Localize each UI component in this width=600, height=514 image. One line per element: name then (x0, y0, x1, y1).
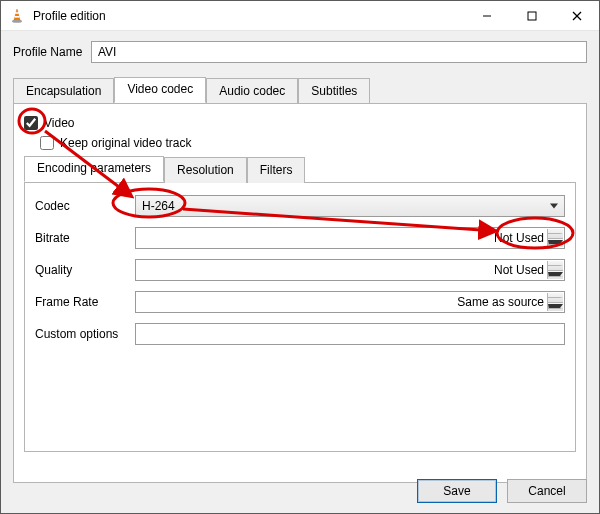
bitrate-step-down[interactable] (547, 239, 563, 248)
quality-label: Quality (35, 263, 135, 277)
profile-name-input[interactable] (91, 41, 587, 63)
svg-rect-2 (14, 16, 19, 18)
keep-original-row: Keep original video track (40, 136, 576, 150)
quality-value: Not Used (494, 263, 544, 277)
keep-original-label: Keep original video track (60, 136, 191, 150)
maximize-icon (527, 11, 537, 21)
keep-original-checkbox[interactable] (40, 136, 54, 150)
vlc-cone-icon (9, 8, 25, 24)
inner-tabs: Encoding parameters Resolution Filters C… (24, 156, 576, 452)
svg-marker-0 (14, 9, 20, 20)
quality-spin-buttons[interactable] (547, 261, 563, 279)
tab-subtitles[interactable]: Subtitles (298, 78, 370, 104)
arrow-down-icon (548, 240, 563, 245)
svg-rect-5 (528, 12, 536, 20)
tab-encapsulation[interactable]: Encapsulation (13, 78, 114, 104)
svg-point-3 (12, 19, 22, 22)
dialog-footer: Save Cancel (417, 479, 587, 503)
outer-tabs: Encapsulation Video codec Audio codec Su… (13, 77, 587, 483)
close-icon (572, 11, 582, 21)
titlebar: Profile edition (1, 1, 599, 31)
bitrate-spin-buttons[interactable] (547, 229, 563, 247)
frame-rate-step-down[interactable] (547, 303, 563, 312)
quality-row: Quality Not Used (35, 259, 565, 281)
frame-rate-spin-buttons[interactable] (547, 293, 563, 311)
encoding-parameters-page: Codec H-264 Bitrate Not Used (24, 182, 576, 452)
tab-audio-codec[interactable]: Audio codec (206, 78, 298, 104)
bitrate-value: Not Used (494, 231, 544, 245)
tab-resolution[interactable]: Resolution (164, 157, 247, 183)
arrow-down-icon (548, 304, 563, 309)
video-checkbox-row: Video (24, 116, 576, 130)
custom-options-input[interactable] (135, 323, 565, 345)
frame-rate-spin[interactable]: Same as source (135, 291, 565, 313)
cancel-button[interactable]: Cancel (507, 479, 587, 503)
chevron-down-icon (550, 204, 558, 209)
maximize-button[interactable] (509, 1, 554, 30)
bitrate-spin[interactable]: Not Used (135, 227, 565, 249)
arrow-down-icon (548, 272, 563, 277)
quality-step-up[interactable] (547, 261, 563, 271)
save-button[interactable]: Save (417, 479, 497, 503)
codec-label: Codec (35, 199, 135, 213)
video-checkbox-label: Video (44, 116, 74, 130)
video-codec-page: Video Keep original video track Encoding… (13, 103, 587, 483)
quality-step-down[interactable] (547, 271, 563, 280)
codec-combo[interactable]: H-264 (135, 195, 565, 217)
profile-name-label: Profile Name (13, 45, 91, 59)
video-checkbox[interactable] (24, 116, 38, 130)
frame-rate-step-up[interactable] (547, 293, 563, 303)
arrow-up-icon (548, 265, 563, 266)
inner-tabstrip: Encoding parameters Resolution Filters (24, 156, 576, 182)
codec-row: Codec H-264 (35, 195, 565, 217)
tab-encoding-parameters[interactable]: Encoding parameters (24, 156, 164, 182)
frame-rate-row: Frame Rate Same as source (35, 291, 565, 313)
outer-tabstrip: Encapsulation Video codec Audio codec Su… (13, 77, 587, 103)
svg-rect-1 (15, 12, 19, 14)
profile-name-row: Profile Name (1, 31, 599, 69)
minimize-button[interactable] (464, 1, 509, 30)
arrow-up-icon (548, 297, 563, 298)
custom-options-row: Custom options (35, 323, 565, 345)
custom-options-label: Custom options (35, 327, 135, 341)
window-controls (464, 1, 599, 30)
window-title: Profile edition (33, 9, 464, 23)
frame-rate-label: Frame Rate (35, 295, 135, 309)
bitrate-step-up[interactable] (547, 229, 563, 239)
profile-edition-window: Profile edition Profile Name Encapsulati… (0, 0, 600, 514)
bitrate-label: Bitrate (35, 231, 135, 245)
minimize-icon (482, 11, 492, 21)
quality-spin[interactable]: Not Used (135, 259, 565, 281)
close-button[interactable] (554, 1, 599, 30)
arrow-up-icon (548, 233, 563, 234)
tab-filters[interactable]: Filters (247, 157, 306, 183)
bitrate-row: Bitrate Not Used (35, 227, 565, 249)
codec-value: H-264 (142, 199, 175, 213)
frame-rate-value: Same as source (457, 295, 544, 309)
tab-video-codec[interactable]: Video codec (114, 77, 206, 103)
